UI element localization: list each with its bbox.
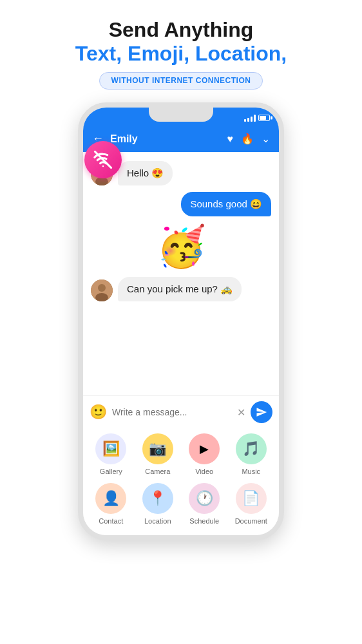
- location-label: Location: [144, 517, 171, 525]
- sticker-party: 🥳: [91, 223, 271, 270]
- bubble-sounds-good: Sounds good 😄: [181, 192, 271, 216]
- music-label: Music: [242, 468, 260, 475]
- camera-icon: 📷: [142, 433, 173, 464]
- action-gallery[interactable]: 🖼️ Gallery: [90, 433, 133, 475]
- messages-area: Hello 😍 Sounds good 😄 🥳: [83, 152, 279, 395]
- headline-section: Send Anything Text, Emoji, Location, WIT…: [75, 18, 287, 90]
- contact-label: Contact: [99, 517, 123, 525]
- flame-icon[interactable]: 🔥: [241, 133, 254, 145]
- headline-line2: Text, Emoji, Location,: [75, 42, 287, 66]
- header-action-icons: ♥ 🔥 ⌄: [227, 133, 271, 145]
- document-icon: 📄: [236, 483, 267, 514]
- video-icon: ▶: [189, 433, 220, 464]
- action-camera[interactable]: 📷 Camera: [137, 433, 180, 475]
- camera-label: Camera: [145, 468, 170, 475]
- chevron-down-icon[interactable]: ⌄: [262, 133, 270, 145]
- bubble-pickup: Can you pick me up? 🚕: [118, 277, 242, 301]
- schedule-icon: 🕐: [189, 483, 220, 514]
- document-label: Document: [235, 517, 267, 525]
- phone-wrapper: ← Emily ♥ 🔥 ⌄: [78, 102, 284, 540]
- input-bar: 🙂 ✕: [83, 395, 279, 428]
- bubble-hello: Hello 😍: [118, 161, 173, 185]
- message-received-2: Can you pick me up? 🚕: [91, 277, 271, 301]
- emoji-picker-button[interactable]: 🙂: [90, 404, 107, 421]
- svg-point-1: [102, 166, 104, 167]
- badge-no-internet: WITHOUT INTERNET CONNECTION: [99, 72, 263, 90]
- message-sent-1: Sounds good 😄: [91, 192, 271, 216]
- action-document[interactable]: 📄 Document: [230, 483, 273, 525]
- gallery-label: Gallery: [100, 468, 122, 475]
- music-icon: 🎵: [236, 433, 267, 464]
- action-contact[interactable]: 👤 Contact: [90, 483, 133, 525]
- heart-icon[interactable]: ♥: [227, 133, 234, 145]
- avatar-emily-2: [91, 279, 113, 301]
- party-sticker-emoji: 🥳: [157, 227, 206, 267]
- action-video[interactable]: ▶ Video: [183, 433, 226, 475]
- gallery-icon: 🖼️: [95, 433, 126, 464]
- headline-line1: Send Anything: [75, 18, 287, 42]
- video-label: Video: [195, 468, 213, 475]
- action-grid: 🖼️ Gallery 📷 Camera ▶ Video 🎵 Music 👤 Co…: [83, 428, 279, 535]
- clear-input-button[interactable]: ✕: [237, 406, 245, 419]
- send-button[interactable]: [251, 401, 272, 423]
- no-wifi-badge: [84, 141, 122, 178]
- action-schedule[interactable]: 🕐 Schedule: [183, 483, 226, 525]
- status-icons: [244, 114, 270, 122]
- action-location[interactable]: 📍 Location: [137, 483, 180, 525]
- svg-point-6: [98, 284, 106, 292]
- contact-icon: 👤: [95, 483, 126, 514]
- message-input[interactable]: [112, 407, 232, 417]
- location-icon: 📍: [142, 483, 173, 514]
- battery-icon: [258, 115, 270, 121]
- action-music[interactable]: 🎵 Music: [230, 433, 273, 475]
- signal-icon: [244, 114, 256, 122]
- phone-notch: [149, 108, 213, 122]
- schedule-label: Schedule: [189, 517, 219, 525]
- contact-name: Emily: [110, 133, 221, 145]
